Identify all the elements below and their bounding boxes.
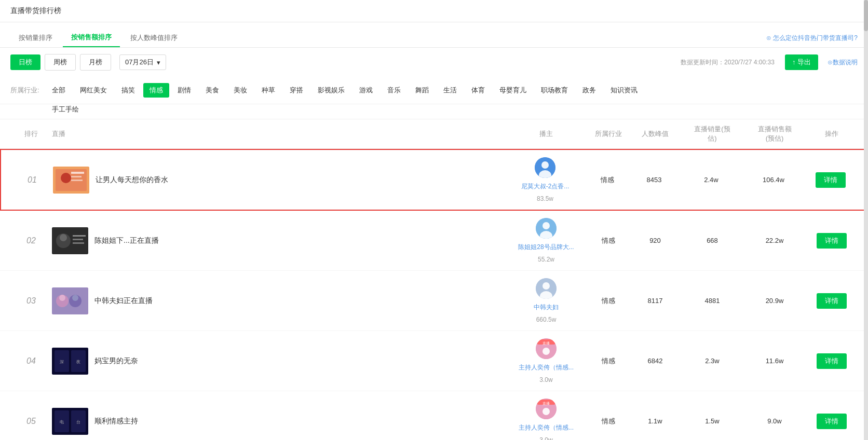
industry-filter: 所属行业: 全部 网红美女 搞笑 情感 剧情 美食 美妆 种草 穿搭 影视娱乐 … <box>0 77 868 104</box>
table-row: 04 深 夜 妈宝男的无奈 直播 <box>0 331 868 391</box>
svg-point-21 <box>59 295 65 301</box>
svg-text:直播: 直播 <box>542 402 550 405</box>
sales-amount-value: 22.2w <box>743 237 806 244</box>
industry-tag-gaoxiao[interactable]: 搞笑 <box>115 83 141 98</box>
industry-tag-zhishi[interactable]: 知识资讯 <box>604 83 644 98</box>
detail-button[interactable]: 详情 <box>817 414 847 429</box>
live-title: 陈姐姐下...正在直播 <box>94 236 159 245</box>
live-title: 顺利情感主持 <box>94 417 138 426</box>
svg-point-2 <box>61 173 71 183</box>
peak-value: 8453 <box>628 176 680 184</box>
svg-rect-4 <box>71 176 82 177</box>
tab-hint[interactable]: ⊙ 怎么定位抖音热门带货直播司? <box>766 34 858 43</box>
detail-button[interactable]: 详情 <box>816 172 846 188</box>
industry-tag-yingshi[interactable]: 影视娱乐 <box>311 83 351 98</box>
host-name[interactable]: 陈姐姐28号品牌大... <box>518 243 574 252</box>
action-col: 详情 <box>806 414 858 429</box>
chevron-down-icon: ▾ <box>157 59 160 66</box>
industry-tag-shougong[interactable]: 手工手绘 <box>46 103 85 115</box>
host-fans: 3.0w <box>539 436 552 440</box>
col-header-rank: 排行 <box>10 129 52 139</box>
industry-value: 情感 <box>588 417 629 426</box>
svg-text:电: 电 <box>60 420 64 424</box>
page-header: 直播带货排行榜 <box>0 0 868 22</box>
sales-amount-value: 20.9w <box>743 297 806 305</box>
svg-point-16 <box>542 222 550 229</box>
industry-tag-zhichang[interactable]: 职场教育 <box>535 83 574 98</box>
detail-button[interactable]: 详情 <box>817 293 847 309</box>
host-avatar <box>535 157 555 178</box>
host-info: 中韩夫妇 660.5w <box>505 278 588 323</box>
svg-text:直播: 直播 <box>542 341 550 345</box>
host-fans: 83.5w <box>537 195 553 202</box>
avatar-image <box>536 278 557 299</box>
industry-tag-meishi[interactable]: 美食 <box>199 83 225 98</box>
tab-sales-volume[interactable]: 按销量排序 <box>10 29 61 47</box>
industry-tag-zhengwu[interactable]: 政务 <box>576 83 602 98</box>
col-header-action: 操作 <box>806 129 858 139</box>
sales-count-value: 2.4w <box>680 176 742 184</box>
live-info: 中韩夫妇正在直播 <box>52 287 505 314</box>
host-fans: 660.5w <box>536 316 557 323</box>
host-name[interactable]: 尼莫大叔-2点香... <box>521 182 569 191</box>
industry-value: 情感 <box>588 296 629 306</box>
thumbnail-image: 电 台 <box>52 408 88 435</box>
industry-filter-label: 所属行业: <box>10 83 39 98</box>
svg-text:夜: 夜 <box>76 360 80 364</box>
industry-tag-juqing[interactable]: 剧情 <box>171 83 197 98</box>
industry-tag-yinyue[interactable]: 音乐 <box>381 83 407 98</box>
tab-sales-amount[interactable]: 按销售额排序 <box>63 29 120 47</box>
rank-number: 02 <box>10 236 52 245</box>
industry-tag-youxi[interactable]: 游戏 <box>353 83 379 98</box>
industry-tag-shenghuo[interactable]: 生活 <box>437 83 463 98</box>
industry-tag-chuanda[interactable]: 穿搭 <box>283 83 309 98</box>
toolbar: 日榜 周榜 月榜 07月26日 ▾ 数据更新时间：2020/7/27 4:00:… <box>0 48 868 77</box>
month-tab-button[interactable]: 月榜 <box>80 54 111 71</box>
industry-tag-all[interactable]: 全部 <box>46 83 72 98</box>
thumbnail-image: 深 夜 <box>52 348 88 375</box>
data-explain-link[interactable]: ⊙数据说明 <box>828 58 858 67</box>
host-name[interactable]: 中韩夫妇 <box>534 303 559 312</box>
rank-number: 04 <box>10 356 52 366</box>
sales-amount-value: 106.4w <box>742 176 805 184</box>
live-info: 电 台 顺利情感主持 <box>52 408 505 435</box>
industry-value: 情感 <box>588 236 629 245</box>
sales-count-value: 2.3w <box>681 357 743 365</box>
date-value: 07月26日 <box>125 58 154 67</box>
tab-peak-users[interactable]: 按人数峰值排序 <box>122 29 186 47</box>
rank-number: 01 <box>11 175 53 185</box>
host-info: 直播 主持人奕侉（情感... 3.0w <box>505 398 588 440</box>
detail-button[interactable]: 详情 <box>817 353 847 369</box>
export-button[interactable]: ↑ 导出 <box>785 54 818 70</box>
industry-tag-wudao[interactable]: 舞蹈 <box>409 83 435 98</box>
industry-tag-wanghong[interactable]: 网红美女 <box>74 83 113 98</box>
peak-value: 8117 <box>629 297 681 305</box>
col-header-sales-amount: 直播销售额(预估) <box>743 125 806 143</box>
sales-count-value: 668 <box>681 237 743 244</box>
industry-tag-tiyu[interactable]: 体育 <box>465 83 491 98</box>
col-header-live: 直播 <box>52 129 505 139</box>
svg-rect-3 <box>71 172 84 174</box>
peak-value: 920 <box>629 237 681 244</box>
industry-tag-qinggan[interactable]: 情感 <box>143 83 169 98</box>
rank-number: 03 <box>10 296 52 306</box>
thumbnail-image <box>52 287 88 314</box>
host-fans: 3.0w <box>539 376 552 383</box>
industry-tag-muyingyuer[interactable]: 母婴育儿 <box>493 83 533 98</box>
day-tab-button[interactable]: 日榜 <box>10 54 40 70</box>
detail-button[interactable]: 详情 <box>817 233 847 249</box>
industry-tag-meizhuang[interactable]: 美妆 <box>227 83 253 98</box>
host-name[interactable]: 主持人奕侉（情感... <box>519 423 574 432</box>
svg-point-22 <box>72 295 78 301</box>
industry-tag-zhongcao[interactable]: 种草 <box>255 83 281 98</box>
thumbnail-image <box>52 227 88 254</box>
scrollbar[interactable] <box>864 0 868 440</box>
week-tab-button[interactable]: 周榜 <box>45 54 76 71</box>
live-thumbnail <box>52 227 88 254</box>
host-name[interactable]: 主持人奕侉（情感... <box>519 363 574 372</box>
action-col: 详情 <box>806 233 858 249</box>
live-title: 让男人每天想你的香水 <box>96 175 168 185</box>
scrollbar-thumb[interactable] <box>864 0 868 31</box>
date-selector[interactable]: 07月26日 ▾ <box>119 54 166 70</box>
page-title: 直播带货排行榜 <box>10 6 61 15</box>
